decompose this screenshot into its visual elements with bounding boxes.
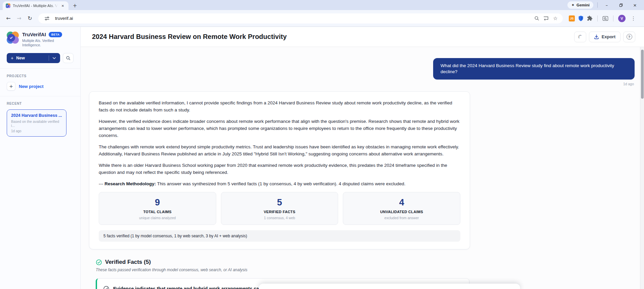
browser-tab-strip: TruVerifAI - Multiple AIs. Verifie ✕ + ✦…	[0, 0, 644, 10]
methodology-label: Research Methodology:	[104, 181, 156, 186]
answer-paragraph: Based on the available verified informat…	[99, 100, 460, 114]
profile-avatar[interactable]: V	[618, 15, 626, 22]
fact-check-icon	[103, 286, 109, 289]
download-icon	[594, 34, 599, 39]
stat-sublabel: excluded from answer	[347, 216, 457, 220]
chat-area: What did the 2024 Harvard Business Revie…	[81, 47, 640, 289]
reload-button[interactable]: ↻	[25, 13, 35, 23]
stat-label: TOTAL CLAIMS	[102, 210, 213, 214]
chevron-down-icon	[52, 57, 56, 59]
methodology-dashes: ---	[99, 181, 104, 186]
facts-verified-banner: 5 facts verified (1 by model consensus, …	[99, 230, 460, 242]
stat-sublabel: 1 consensus, 4 web	[225, 216, 335, 220]
bookmark-star-icon[interactable]: ☆	[551, 14, 560, 23]
window-minimize-button[interactable]: –	[602, 1, 612, 9]
tab-close-icon[interactable]: ✕	[60, 3, 65, 8]
window-restore-button[interactable]	[616, 1, 626, 9]
moon-icon: ☾	[577, 33, 584, 40]
window-controls-divider	[597, 2, 598, 8]
extensions-puzzle-icon[interactable]	[587, 15, 593, 21]
gemini-sparkle-icon: ✦	[571, 3, 574, 7]
shield-extension-icon[interactable]	[578, 15, 584, 21]
message-input-bar-peek[interactable]	[259, 284, 520, 289]
js-extension-icon[interactable]: JS	[569, 15, 575, 21]
page-title: 2024 Harvard Business Review on Remote W…	[92, 33, 287, 41]
plus-icon: +	[7, 82, 15, 91]
recent-conversation-item[interactable]: 2024 Harvard Business ... Based on the a…	[7, 109, 66, 137]
sidebar-divider-2	[0, 96, 80, 96]
projects-label: PROJECTS	[7, 74, 74, 78]
answer-paragraph: The challenges with remote work extend b…	[99, 144, 460, 158]
address-bar[interactable]: truverif.ai ☆	[38, 13, 563, 23]
export-label: Export	[602, 34, 615, 39]
brand-tagline: Multiple AIs. Verified Intelligence.	[22, 39, 74, 47]
zoom-icon[interactable]	[532, 14, 541, 23]
methodology-text: This answer was synthesized from 5 verif…	[156, 181, 405, 186]
search-icon	[66, 56, 71, 60]
user-question-bubble: What did the 2024 Harvard Business Revie…	[433, 58, 635, 80]
toolbar-divider-2	[613, 15, 613, 21]
stat-total-claims: 9 TOTAL CLAIMS unique claims analyzed	[99, 192, 216, 225]
claims-stats-row: 9 TOTAL CLAIMS unique claims analyzed 5 …	[99, 192, 460, 225]
help-button[interactable]: ?	[623, 32, 635, 42]
forward-button[interactable]: →	[14, 13, 24, 23]
recent-item-title: 2024 Harvard Business ...	[11, 113, 62, 118]
recent-item-time: 1d ago	[11, 129, 62, 133]
truverifai-favicon	[6, 3, 10, 8]
recent-item-preview: Based on the available verified i...	[11, 119, 62, 128]
new-tab-button[interactable]: +	[71, 1, 79, 10]
new-project-button[interactable]: + New project	[7, 82, 74, 91]
beta-badge: BETA	[49, 32, 62, 37]
content-scrollbar[interactable]	[640, 47, 644, 289]
stat-value: 4	[347, 198, 457, 208]
browser-toolbar: ← → ↻ truverif.ai ☆ JS V ⋮	[0, 10, 644, 27]
gemini-label: Gemini	[577, 3, 590, 7]
question-timestamp: 1d ago	[623, 82, 634, 86]
browser-menu-icon[interactable]: ⋮	[629, 15, 638, 21]
stat-value: 5	[225, 198, 335, 208]
plus-icon: +	[11, 55, 13, 61]
new-button[interactable]: + New	[7, 53, 60, 63]
window-close-button[interactable]: ×	[630, 1, 640, 9]
stat-label: VERIFIED FACTS	[225, 210, 335, 214]
assistant-answer-card: Based on the available verified informat…	[89, 91, 470, 249]
stat-value: 9	[102, 198, 213, 208]
brand: TruVerifAI BETA Multiple AIs. Verified I…	[7, 32, 74, 47]
install-app-icon[interactable]	[541, 14, 551, 23]
sidebar: TruVerifAI BETA Multiple AIs. Verified I…	[0, 27, 81, 289]
side-panel-search-icon[interactable]	[602, 16, 608, 21]
dark-mode-toggle[interactable]: ☾	[574, 32, 586, 42]
gemini-button[interactable]: ✦ Gemini	[567, 1, 593, 9]
sidebar-search-button[interactable]	[63, 53, 74, 63]
verified-check-icon	[96, 259, 102, 266]
page-header: 2024 Harvard Business Review on Remote W…	[81, 27, 644, 47]
stat-label: UNVALIDATED CLAIMS	[347, 210, 457, 214]
stat-sublabel: unique claims analyzed	[102, 216, 213, 220]
toolbar-divider	[597, 15, 598, 21]
verified-facts-subtitle: These facts passed verification through …	[96, 268, 635, 272]
answer-paragraph: However, the verified evidence does indi…	[99, 118, 460, 139]
answer-paragraph: While there is an older Harvard Business…	[99, 162, 460, 176]
new-button-label: New	[16, 56, 25, 60]
site-info-icon[interactable]	[42, 14, 52, 23]
recent-label: RECENT	[7, 102, 74, 105]
browser-tab[interactable]: TruVerifAI - Multiple AIs. Verifie ✕	[3, 1, 68, 10]
scrollbar-thumb[interactable]	[641, 50, 644, 99]
stat-verified-facts: 5 VERIFIED FACTS 1 consensus, 4 web	[221, 192, 338, 225]
url-text[interactable]: truverif.ai	[55, 16, 532, 21]
help-icon: ?	[627, 34, 632, 40]
stat-unvalidated-claims: 4 UNVALIDATED CLAIMS excluded from answe…	[343, 192, 460, 225]
sidebar-divider	[0, 68, 80, 69]
main-panel: 2024 Harvard Business Review on Remote W…	[81, 27, 644, 289]
methodology-line: --- Research Methodology: This answer wa…	[99, 181, 460, 188]
truverifai-logo	[7, 32, 19, 44]
verified-facts-heading: Verified Facts (5)	[105, 259, 151, 266]
brand-name: TruVerifAI	[22, 32, 46, 38]
export-button[interactable]: Export	[589, 32, 620, 42]
tab-title: TruVerifAI - Multiple AIs. Verifie	[13, 4, 58, 8]
back-button[interactable]: ←	[3, 13, 13, 23]
new-button-dropdown[interactable]	[49, 55, 56, 61]
new-project-label: New project	[19, 84, 44, 89]
